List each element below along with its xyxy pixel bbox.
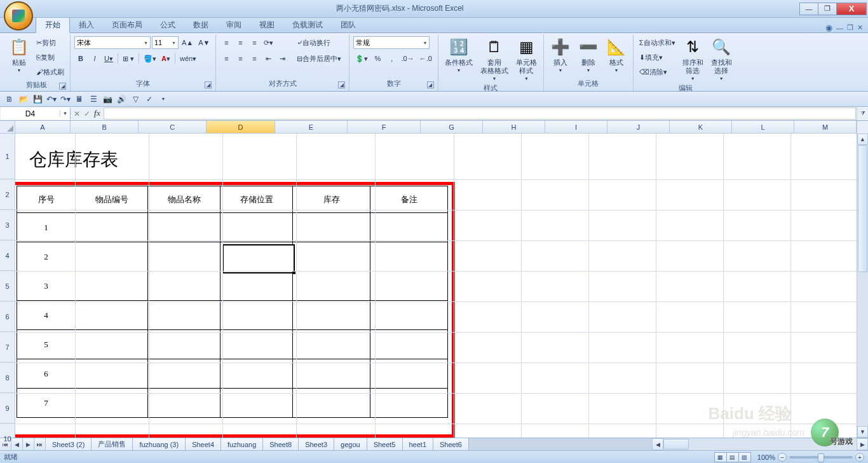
align-center-button[interactable]: ≡: [234, 52, 247, 65]
office-button[interactable]: [4, 1, 33, 31]
row-header-9[interactable]: 9: [0, 393, 15, 424]
hscroll-left-icon[interactable]: ◀: [652, 438, 663, 450]
row-header-6[interactable]: 6: [0, 301, 15, 332]
tab-review[interactable]: 审阅: [217, 17, 250, 32]
grow-font-button[interactable]: A▲: [180, 36, 195, 49]
table-cell[interactable]: [220, 301, 293, 330]
name-box[interactable]: D4 ▼: [1, 107, 71, 120]
align-top-button[interactable]: ≡: [220, 36, 233, 49]
cancel-edit-icon[interactable]: ✕: [74, 109, 80, 118]
italic-button[interactable]: I: [88, 52, 101, 65]
col-header-D[interactable]: D: [207, 121, 275, 133]
col-header-I[interactable]: I: [545, 121, 607, 133]
row-header-5[interactable]: 5: [0, 271, 15, 301]
table-cell[interactable]: [370, 272, 448, 301]
qat-speak-icon[interactable]: 🔊: [116, 93, 127, 105]
sheet-tab[interactable]: Sheet5: [367, 438, 403, 450]
cell-styles-button[interactable]: ▦单元格 样式▼: [513, 36, 539, 82]
table-cell[interactable]: 5: [17, 330, 76, 359]
sheet-tab[interactable]: Sheet8: [263, 438, 299, 450]
table-cell[interactable]: [220, 330, 293, 359]
sheet-tab[interactable]: Sheet6: [433, 438, 469, 450]
indent-decrease-button[interactable]: ⇤: [262, 52, 275, 65]
clear-button[interactable]: ⌫ 清除 ▾: [637, 66, 669, 78]
row-header-2[interactable]: 2: [0, 179, 15, 210]
font-size-combo[interactable]: 11▼: [152, 36, 179, 49]
inner-restore-button[interactable]: ❐: [847, 24, 853, 32]
table-cell[interactable]: [370, 359, 448, 389]
sheet-tab[interactable]: 产品销售: [92, 438, 133, 450]
table-cell[interactable]: [293, 359, 370, 389]
hscroll-thumb[interactable]: [663, 439, 689, 450]
view-pagebreak-icon[interactable]: ▧: [738, 452, 751, 462]
format-as-table-button[interactable]: 🗒套用 表格格式▼: [478, 36, 511, 82]
sheet-tab[interactable]: Sheet3: [299, 438, 334, 450]
table-cell[interactable]: [148, 272, 220, 301]
sheet-tab[interactable]: heet1: [403, 438, 434, 450]
help-icon[interactable]: ◉: [825, 23, 832, 32]
col-header-G[interactable]: G: [421, 121, 483, 133]
align-bottom-button[interactable]: ≡: [248, 36, 261, 49]
view-layout-icon[interactable]: ▤: [726, 452, 739, 462]
insert-cells-button[interactable]: ➕插入▼: [548, 36, 573, 74]
font-color-button[interactable]: A▾: [159, 52, 172, 65]
sheet-tab[interactable]: fuzhuang: [221, 438, 263, 450]
table-cell[interactable]: [293, 242, 370, 272]
confirm-edit-icon[interactable]: ✓: [84, 109, 90, 118]
qat-undo-icon[interactable]: ↶▾: [46, 93, 57, 105]
zoom-out-button[interactable]: −: [778, 453, 787, 462]
scroll-up-icon[interactable]: ▲: [857, 134, 868, 145]
find-select-button[interactable]: 🔍查找和 选择▼: [709, 36, 735, 82]
scroll-down-icon[interactable]: ▼: [857, 426, 868, 438]
number-dialog-launcher[interactable]: ◢: [427, 81, 434, 88]
table-cell[interactable]: [293, 301, 370, 330]
col-header-H[interactable]: H: [483, 121, 545, 133]
sheet-tab[interactable]: fuzhuang (3): [133, 438, 186, 450]
table-cell[interactable]: [148, 359, 220, 389]
decrease-decimal-button[interactable]: ←.0: [417, 52, 434, 65]
vertical-scrollbar[interactable]: ▲ ▼: [857, 121, 868, 438]
conditional-format-button[interactable]: 🔢条件格式▼: [442, 36, 475, 74]
align-dialog-launcher[interactable]: ◢: [338, 81, 345, 88]
col-header-B[interactable]: B: [71, 121, 139, 133]
sheet-tabs[interactable]: Sheet3 (2)产品销售fuzhuang (3)Sheet4fuzhuang…: [46, 438, 652, 450]
tab-formulas[interactable]: 公式: [151, 17, 184, 32]
copy-button[interactable]: ⎘ 复制: [34, 51, 57, 64]
sheet-last-icon[interactable]: ⏭: [34, 438, 46, 450]
fill-color-button[interactable]: 🪣▾: [142, 52, 158, 65]
row-header-10[interactable]: 10: [0, 424, 15, 454]
align-right-button[interactable]: ≡: [248, 52, 261, 65]
qat-filter-icon[interactable]: ▽: [130, 93, 141, 105]
qat-new-icon[interactable]: 🗎: [4, 93, 15, 105]
wrap-text-button[interactable]: ⤶ 自动换行: [295, 36, 332, 49]
insert-function-icon[interactable]: fx: [94, 109, 100, 118]
col-header-C[interactable]: C: [139, 121, 207, 133]
table-cell[interactable]: [76, 242, 148, 272]
number-format-combo[interactable]: 常规▼: [353, 36, 430, 49]
horizontal-scrollbar[interactable]: ◀ ▶: [652, 438, 868, 450]
table-cell[interactable]: [293, 330, 370, 359]
view-normal-icon[interactable]: ▦: [714, 452, 727, 462]
align-left-button[interactable]: ≡: [220, 52, 233, 65]
table-cell[interactable]: 4: [17, 301, 76, 330]
expand-formula-bar-icon[interactable]: ⧩: [857, 107, 868, 120]
table-cell[interactable]: [293, 213, 370, 242]
table-cell[interactable]: [220, 272, 293, 301]
font-name-combo[interactable]: 宋体▼: [74, 36, 151, 49]
col-header-A[interactable]: A: [15, 121, 71, 133]
border-button[interactable]: ⊞ ▾: [121, 52, 136, 65]
table-cell[interactable]: [220, 359, 293, 389]
hscroll-right-icon[interactable]: ▶: [857, 438, 868, 450]
col-header-L[interactable]: L: [732, 121, 794, 133]
shrink-font-button[interactable]: A▼: [196, 36, 212, 49]
row-header-1[interactable]: 1: [0, 134, 15, 179]
table-cell[interactable]: [148, 242, 220, 272]
qat-save-icon[interactable]: 💾: [32, 93, 43, 105]
namebox-dropdown-icon[interactable]: ▼: [60, 111, 70, 116]
table-cell[interactable]: 2: [17, 242, 76, 272]
qat-more-icon[interactable]: ▾: [158, 93, 169, 105]
formula-input[interactable]: [104, 107, 856, 120]
table-cell[interactable]: [76, 213, 148, 242]
comma-button[interactable]: ,: [385, 52, 398, 65]
qat-form-icon[interactable]: ☰: [88, 93, 99, 105]
